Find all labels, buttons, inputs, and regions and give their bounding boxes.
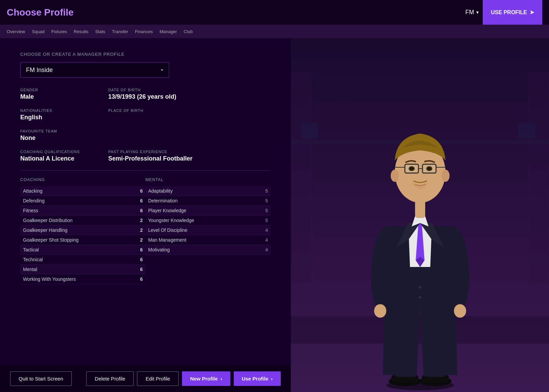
mental-stat-value: 5: [265, 208, 268, 213]
toolbar-fixtures[interactable]: Fixtures: [51, 29, 67, 34]
fav-team-field: FAVOURITE TEAM None: [20, 129, 81, 142]
manager-figure: [356, 98, 484, 392]
coaching-stat-row: Goalkeeper Distribution 2: [20, 216, 145, 225]
svg-point-22: [391, 170, 399, 182]
mental-stat-row: Youngster Knowledge 5: [145, 216, 271, 225]
use-profile-label: USE PROFILE: [491, 9, 527, 16]
svg-point-36: [419, 296, 421, 299]
coaching-stat-name: Mental: [23, 267, 37, 272]
use-profile-header-button[interactable]: USE PROFILE ➤: [483, 0, 542, 25]
coaching-stat-row: Tactical 6: [20, 245, 145, 255]
header: Choose Profile FM ▼ USE PROFILE ➤: [0, 0, 549, 25]
svg-rect-2: [291, 215, 311, 283]
coaching-stat-name: Fitness: [23, 208, 38, 213]
header-right: FM ▼ USE PROFILE ➤: [465, 0, 542, 25]
dob-label: DATE OF BIRTH: [108, 88, 176, 92]
coaching-stat-name: Goalkeeper Distribution: [23, 218, 72, 223]
mental-stat-row: Player Knowledge 5: [145, 206, 271, 216]
arrow-right-icon: ➤: [530, 9, 534, 16]
svg-point-17: [374, 304, 386, 318]
delete-profile-button[interactable]: Delete Profile: [86, 371, 134, 386]
coaching-stat-value: 6: [140, 188, 143, 194]
coaching-stat-row: Technical 6: [20, 255, 145, 265]
dob-field: DATE OF BIRTH 13/9/1993 (26 years old): [108, 88, 176, 100]
coaching-stat-row: Goalkeeper Shot Stopping 2: [20, 235, 145, 245]
new-profile-button[interactable]: New Profile ›: [182, 371, 230, 386]
coaching-stat-value: 6: [140, 208, 143, 213]
fm-menu-button[interactable]: FM ▼: [465, 9, 479, 16]
mental-stat-row: Determination 5: [145, 196, 271, 206]
mental-stat-value: 5: [265, 198, 268, 203]
coaching-stat-value: 6: [140, 247, 143, 252]
past-exp-label: PAST PLAYING EXPERIENCE: [108, 150, 192, 154]
coaching-stats-header: COACHING: [20, 177, 145, 183]
quit-button[interactable]: Quit to Start Screen: [10, 371, 72, 386]
nationality-label: NATIONALITIES: [20, 108, 81, 113]
bottom-bar: Quit to Start Screen Delete Profile Edit…: [0, 365, 291, 392]
mental-stat-name: Youngster Knowledge: [148, 218, 194, 223]
toolbar-transfer[interactable]: Transfer: [112, 29, 128, 34]
divider: [20, 170, 271, 171]
gender-value: Male: [20, 93, 81, 100]
mental-stat-value: 4: [265, 237, 268, 243]
svg-point-34: [428, 167, 431, 170]
mental-stat-value: 5: [265, 188, 268, 194]
toolbar-manager[interactable]: Manager: [160, 29, 177, 34]
fav-team-value: None: [20, 134, 81, 142]
arrow-right-icon: ›: [221, 376, 222, 382]
coaching-stat-name: Goalkeeper Shot Stopping: [23, 237, 78, 243]
coaching-stats-rows: Attacking 6 Defending 6 Fitness 6 Goalke…: [20, 186, 145, 284]
toolbar-stats[interactable]: Stats: [95, 29, 105, 34]
gender-field: GENDER Male: [20, 88, 81, 100]
mental-stat-name: Man Management: [148, 237, 186, 243]
coaching-stat-name: Tactical: [23, 247, 39, 252]
pob-field: PLACE OF BIRTH: [108, 108, 169, 121]
quit-label: Quit to Start Screen: [19, 376, 63, 382]
coaching-stat-name: Defending: [23, 198, 45, 203]
toolbar-strip: Overview Squad Fixtures Results Stats Tr…: [0, 25, 549, 38]
edit-profile-button[interactable]: Edit Profile: [137, 371, 179, 386]
coaching-stat-name: Goalkeeper Handling: [23, 227, 68, 233]
mental-stats-rows: Adaptability 5 Determination 5 Player Kn…: [145, 186, 271, 255]
coaching-stat-name: Technical: [23, 257, 43, 262]
toolbar-finances[interactable]: Finances: [135, 29, 153, 34]
mental-stat-name: Adaptability: [148, 188, 173, 194]
toolbar-club[interactable]: Club: [184, 29, 193, 34]
page-title: Choose Profile: [7, 7, 74, 18]
coaching-stat-value: 6: [140, 276, 143, 282]
svg-rect-7: [301, 123, 318, 138]
use-profile-button[interactable]: Use Profile ›: [234, 371, 281, 386]
coaching-stat-row: Defending 6: [20, 196, 145, 206]
coaching-stat-row: Goalkeeper Handling 2: [20, 225, 145, 235]
section-label: CHOOSE OR CREATE A MANAGER PROFILE: [20, 52, 271, 57]
coaching-stat-row: Fitness 6: [20, 206, 145, 216]
coaching-qual-field: COACHING QUALIFICATIONS National A Licen…: [20, 150, 81, 162]
mental-stat-row: Motivating 4: [145, 245, 271, 255]
coaching-qual-label: COACHING QUALIFICATIONS: [20, 150, 81, 154]
toolbar-results[interactable]: Results: [74, 29, 88, 34]
profile-dropdown[interactable]: FM Inside: [20, 62, 169, 78]
gender-label: GENDER: [20, 88, 81, 92]
mental-stat-name: Motivating: [148, 247, 170, 252]
svg-point-23: [441, 170, 450, 182]
mental-stat-value: 4: [265, 247, 268, 252]
svg-point-18: [454, 304, 466, 318]
coaching-stat-value: 6: [140, 198, 143, 203]
svg-point-35: [419, 286, 421, 289]
coaching-stat-name: Attacking: [23, 188, 43, 194]
svg-point-33: [410, 167, 413, 170]
svg-rect-1: [291, 143, 311, 211]
past-exp-field: PAST PLAYING EXPERIENCE Semi-Professiona…: [108, 150, 192, 162]
mental-stats-header: MENTAL: [145, 177, 271, 183]
coaching-stat-row: Working With Youngsters 6: [20, 274, 145, 284]
toolbar-overview[interactable]: Overview: [7, 29, 25, 34]
delete-label: Delete Profile: [95, 376, 125, 382]
nationality-value: English: [20, 114, 81, 121]
coaching-qual-value: National A Licence: [20, 155, 81, 162]
use-label: Use Profile: [242, 376, 268, 382]
svg-rect-8: [519, 123, 535, 138]
coaching-stat-value: 2: [140, 218, 143, 223]
mental-stat-row: Level Of Discipline 4: [145, 225, 271, 235]
toolbar-squad[interactable]: Squad: [32, 29, 45, 34]
stats-area: COACHING Attacking 6 Defending 6 Fitness…: [20, 177, 271, 284]
